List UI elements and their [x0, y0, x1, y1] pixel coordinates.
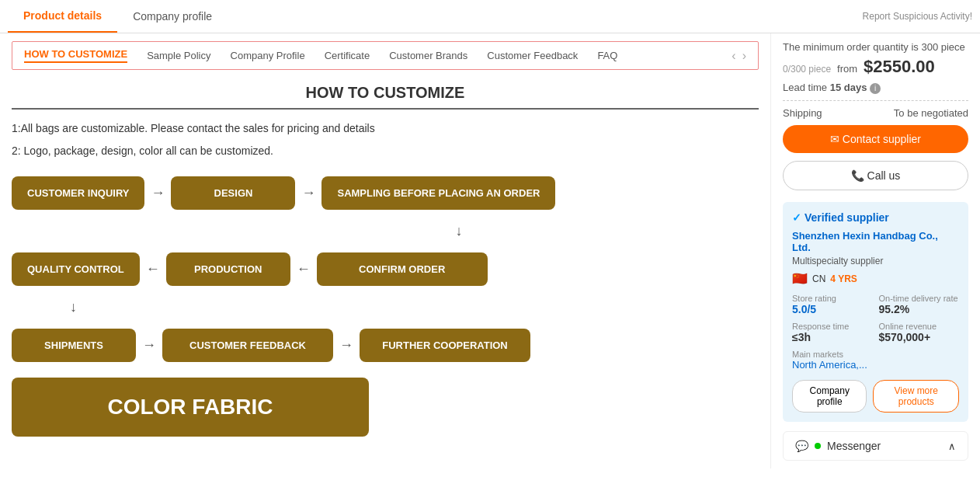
messenger-left: 💬 Messenger: [795, 440, 881, 452]
supplier-type: Multispecialty supplier: [792, 256, 959, 266]
main-layout: HOW TO CUSTOMIZE Sample Policy Company P…: [0, 33, 980, 468]
nav-next-arrow[interactable]: ›: [742, 49, 746, 63]
response-time-item: Response time ≤3h: [792, 322, 873, 343]
content-area: HOW TO CUSTOMIZE Sample Policy Company P…: [0, 33, 770, 468]
contact-label: Contact supplier: [843, 133, 921, 145]
phone-icon: 📞: [851, 169, 864, 182]
lead-time: Lead time 15 days i: [783, 82, 968, 94]
messenger-label: Messenger: [827, 440, 881, 452]
info-icon[interactable]: i: [870, 83, 881, 94]
flow-arrow-3: ←: [146, 261, 160, 277]
flow-step-customer-inquiry: CUSTOMER INQUIRY: [12, 176, 144, 210]
messenger-icon: 💬: [795, 440, 808, 452]
shipping-value: To be negotiated: [894, 107, 968, 119]
shipping-row: Shipping To be negotiated: [783, 100, 968, 119]
tab-product-details[interactable]: Product details: [8, 0, 117, 33]
flow-step-sampling: SAMPLING BEFORE PLACING AN ORDER: [321, 176, 555, 210]
shipping-label: Shipping: [783, 107, 822, 119]
flow-step-quality-control: QUALITY CONTROL: [12, 252, 140, 286]
store-rating-value[interactable]: 5.0/5: [792, 303, 873, 315]
flow-row-3: SHIPMENTS → CUSTOMER FEEDBACK → FURTHER …: [12, 329, 759, 362]
country-label: CN: [812, 273, 825, 284]
desc-line1: 1:All bags are customizable. Please cont…: [12, 119, 759, 138]
flow-arrow-4: ←: [297, 261, 311, 277]
revenue-value: $570,000+: [879, 331, 960, 343]
flow-step-production: PRODUCTION: [166, 252, 290, 286]
report-link[interactable]: Report Suspicious Activity!: [863, 11, 972, 22]
supplier-badges: 🇨🇳 CN 4 YRS: [792, 271, 959, 286]
call-us-button[interactable]: 📞 Call us: [783, 161, 968, 190]
sub-nav-item-sample[interactable]: Sample Policy: [147, 50, 210, 61]
tab-company-profile[interactable]: Company profile: [117, 1, 228, 32]
verified-actions: Company profile View more products: [792, 380, 959, 413]
delivery-rate-item: On-time delivery rate 95.2%: [879, 294, 960, 315]
flow-arrow-2: →: [301, 185, 315, 201]
top-tabs: Product details Company profile Report S…: [0, 0, 980, 33]
delivery-value: 95.2%: [879, 303, 960, 315]
markets-label: Main markets: [792, 350, 959, 359]
lead-time-label: Lead time: [783, 82, 827, 93]
sub-nav-item-customize[interactable]: HOW TO CUSTOMIZE: [24, 48, 127, 63]
messenger-dot: [815, 443, 821, 449]
verified-title: ✓ Verified supplier: [792, 211, 959, 224]
desc-line2: 2: Logo, package, design, color all can …: [12, 141, 759, 161]
company-profile-button[interactable]: Company profile: [792, 380, 867, 413]
sub-nav: HOW TO CUSTOMIZE Sample Policy Company P…: [12, 41, 759, 70]
flow-step-customer-feedback: CUSTOMER FEEDBACK: [162, 329, 333, 362]
flow-chart: CUSTOMER INQUIRY → DESIGN → SAMPLING BEF…: [12, 176, 759, 362]
verified-label: Verified supplier: [805, 211, 889, 224]
sub-nav-item-feedback[interactable]: Customer Feedback: [487, 50, 578, 61]
flow-step-confirm-order: CONFIRM ORDER: [317, 252, 488, 286]
nav-prev-arrow[interactable]: ‹: [732, 49, 735, 63]
sub-nav-item-faq[interactable]: FAQ: [597, 50, 617, 61]
sidebar: The minimum order quantity is 300 piece …: [770, 33, 980, 468]
revenue-label: Online revenue: [879, 322, 960, 331]
flow-arrow-down-2: ↓: [12, 299, 759, 315]
cn-flag-icon: 🇨🇳: [792, 271, 808, 286]
years-badge: 4 YRS: [830, 273, 857, 284]
flow-arrow-6: →: [339, 337, 353, 353]
view-more-products-button[interactable]: View more products: [873, 380, 959, 413]
call-label: Call us: [867, 169, 901, 182]
check-icon: ✓: [792, 211, 801, 224]
email-icon: ✉: [830, 133, 839, 145]
description: 1:All bags are customizable. Please cont…: [12, 119, 759, 161]
supplier-name[interactable]: Shenzhen Hexin Handbag Co., Ltd.: [792, 230, 959, 253]
page-wrapper: Product details Company profile Report S…: [0, 0, 980, 468]
stats-grid: Store rating 5.0/5 On-time delivery rate…: [792, 294, 959, 343]
sub-nav-item-brands[interactable]: Customer Brands: [389, 50, 467, 61]
flow-row-2: QUALITY CONTROL ← PRODUCTION ← CONFIRM O…: [12, 252, 759, 286]
flow-arrow-down-1: ↓: [159, 223, 759, 239]
flow-row-1: CUSTOMER INQUIRY → DESIGN → SAMPLING BEF…: [12, 176, 759, 210]
delivery-label: On-time delivery rate: [879, 294, 960, 303]
sub-nav-arrows: ‹ ›: [732, 49, 746, 63]
revenue-item: Online revenue $570,000+: [879, 322, 960, 343]
store-rating-label: Store rating: [792, 294, 873, 303]
lead-time-value: 15 days: [830, 82, 867, 93]
flow-arrow-5: →: [142, 337, 156, 353]
markets-value[interactable]: North America,...: [792, 359, 959, 371]
flow-step-shipments: SHIPMENTS: [12, 329, 136, 362]
flow-step-design: DESIGN: [171, 176, 295, 210]
messenger-bar[interactable]: 💬 Messenger ∧: [783, 431, 968, 461]
messenger-chevron-icon[interactable]: ∧: [948, 440, 956, 452]
store-rating-item: Store rating 5.0/5: [792, 294, 873, 315]
section-title: HOW TO CUSTOMIZE: [12, 84, 759, 110]
price-from-label: from: [837, 63, 857, 75]
min-order-info: The minimum order quantity is 300 piece: [783, 41, 968, 53]
response-value: ≤3h: [792, 331, 873, 343]
sub-nav-item-certificate[interactable]: Certificate: [325, 50, 370, 61]
verified-supplier-box: ✓ Verified supplier Shenzhen Hexin Handb…: [783, 202, 968, 422]
color-fabric-banner: COLOR FABRIC: [12, 378, 369, 437]
sub-nav-item-company[interactable]: Company Profile: [231, 50, 305, 61]
order-progress: 0/300 piece: [783, 64, 831, 75]
contact-supplier-button[interactable]: ✉ Contact supplier: [783, 125, 968, 153]
response-label: Response time: [792, 322, 873, 331]
price-amount: $2550.00: [864, 57, 935, 77]
flow-arrow-1: →: [151, 185, 165, 201]
flow-step-further-cooperation: FURTHER COOPERATION: [360, 329, 530, 362]
